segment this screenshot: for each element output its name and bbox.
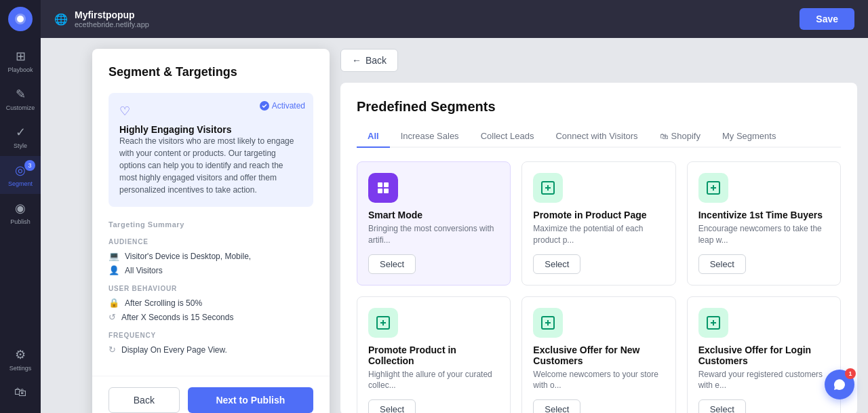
promote-collection-desc: Highlight the allure of your curated col… [368,369,499,392]
sidebar-label-segment: Segment [8,180,33,187]
svg-rect-3 [378,182,382,187]
svg-rect-5 [378,189,382,193]
promote-collection-title: Promote Product in Collection [368,345,499,366]
tab-connect-visitors[interactable]: Connect with Visitors [545,125,648,148]
tab-my-segments-label: My Segments [722,131,776,141]
segment-promote-product-page: Promote in Product Page Maximize the pot… [521,161,675,286]
behaviour-item-seconds: ↺ After X Seconds is 15 Seconds [108,312,313,322]
segment-promote-collection: Promote Product in Collection Highlight … [357,296,511,413]
targeting-summary-title: Targeting Summary [108,220,313,229]
tab-all[interactable]: All [357,125,390,148]
sidebar-item-playbook[interactable]: ⊞ Playbook [0,42,41,80]
audience-label: AUDIENCE [108,238,313,245]
login-customers-title: Exclusive Offer for Login Customers [698,345,829,366]
behaviour-item-scroll: 🔒 After Scrolling is 50% [108,298,313,308]
login-customers-select-button[interactable]: Select [698,399,746,413]
topbar-info: Myfirstpopup ecethebride.netlify.app [75,9,149,28]
playbook-icon: ⊞ [16,49,26,64]
login-customers-desc: Reward your registered customers with e.… [698,369,829,392]
tab-shopify[interactable]: 🛍 Shopify [649,125,711,148]
tab-shopify-label: Shopify [671,131,701,141]
frequency-label: FREQUENCY [108,332,313,339]
tab-collect-leads[interactable]: Collect Leads [470,125,545,148]
incentivize-desc: Encourage newcomers to take the leap w..… [698,223,829,246]
predefined-segments-panel: Predefined Segments All Increase Sales C… [340,83,857,413]
audience-visitors-text: All Visitors [125,266,163,275]
tab-increase-sales[interactable]: Increase Sales [390,125,470,148]
tabs-bar: All Increase Sales Collect Leads Connect… [357,125,841,148]
store-icon: 🛍 [14,385,26,399]
chat-button[interactable]: 1 [825,370,854,399]
new-customers-select-button[interactable]: Select [533,399,580,413]
segment-new-customers: Exclusive Offer for New Customers Welcom… [521,296,675,413]
frequency-text: Display On Every Page View. [121,345,227,355]
incentivize-title: Incentivize 1st Time Buyers [698,210,829,220]
audience-item-visitors: 👤 All Visitors [108,265,313,275]
publish-icon: ◉ [15,201,26,216]
globe-icon: 🌐 [54,13,68,26]
panel-card-description: Reach the visitors who are most likely t… [119,135,302,196]
content-back-button[interactable]: ← Back [340,49,398,72]
new-customers-icon-wrap [533,308,563,338]
sidebar-item-settings[interactable]: ⚙ Settings [9,340,32,378]
main-content: Segment & Targetings Activated ♡ Highly … [81,38,868,413]
smart-mode-icon-wrap [368,173,398,203]
segment-incentivize-buyers: Incentivize 1st Time Buyers Encourage ne… [687,161,841,286]
sidebar-item-customize[interactable]: ✎ Customize [0,80,41,118]
style-icon: ✓ [16,125,26,140]
user-behaviour-label: USER BEHAVIOUR [108,285,313,292]
sidebar-label-settings: Settings [9,365,32,372]
customize-icon: ✎ [16,87,26,102]
sidebar-label-customize: Customize [6,104,35,111]
device-icon: 💻 [108,251,119,261]
next-to-publish-button[interactable]: Next to Publish [188,387,313,413]
sidebar-item-segment[interactable]: 3 ◎ Segment [0,156,41,194]
smart-mode-title: Smart Mode [368,210,499,220]
predefined-title: Predefined Segments [357,99,841,115]
segments-grid: Smart Mode Bringing the most conversions… [357,161,841,413]
login-customers-icon-wrap [698,308,728,338]
settings-icon: ⚙ [15,347,26,362]
content-back-label: Back [366,55,387,66]
app-logo[interactable] [8,7,33,31]
segment-panel: Segment & Targetings Activated ♡ Highly … [92,49,330,413]
activated-badge: Activated [260,101,305,111]
promote-collection-select-button[interactable]: Select [368,399,416,413]
topbar-title: Myfirstpopup [75,9,149,20]
sidebar-label-publish: Publish [10,218,31,225]
promote-product-select-button[interactable]: Select [533,254,580,274]
audience-item-device: 💻 Visitor's Device is Desktop, Mobile, [108,251,313,261]
tab-my-segments[interactable]: My Segments [711,125,787,148]
behaviour-scroll-text: After Scrolling is 50% [125,298,202,308]
svg-rect-6 [384,189,389,193]
svg-rect-4 [384,182,389,187]
incentivize-select-button[interactable]: Select [698,254,746,274]
back-arrow-icon: ← [352,55,361,66]
behaviour-seconds-text: After X Seconds is 15 Seconds [121,313,233,322]
frequency-icon: ↻ [108,345,116,355]
smart-mode-desc: Bringing the most conversions with artif… [368,223,499,246]
new-customers-desc: Welcome newcomers to your store with o..… [533,369,664,392]
sidebar-item-publish[interactable]: ◉ Publish [0,194,41,232]
scroll-icon: 🔒 [108,298,119,308]
sidebar-item-style[interactable]: ✓ Style [0,118,41,156]
segment-badge: 3 [24,160,35,171]
incentivize-icon-wrap [698,173,728,203]
tab-all-label: All [368,131,379,141]
smart-mode-select-button[interactable]: Select [368,254,416,274]
sidebar: ⊞ Playbook ✎ Customize ✓ Style 3 ◎ Segme… [0,0,41,413]
promote-product-desc: Maximize the potential of each product p… [533,223,664,246]
promote-collection-icon-wrap [368,308,398,338]
sidebar-label-style: Style [14,142,27,149]
segment-smart-mode: Smart Mode Bringing the most conversions… [357,161,511,286]
heart-icon: ♡ [119,104,130,119]
sidebar-item-store[interactable]: 🛍 [9,378,32,406]
topbar: 🌐 Myfirstpopup ecethebride.netlify.app S… [41,0,868,38]
save-button[interactable]: Save [800,8,854,30]
segment-login-customers: Exclusive Offer for Login Customers Rewa… [687,296,841,413]
activated-label: Activated [272,101,305,111]
back-button[interactable]: Back [108,387,180,413]
panel-footer: Back Next to Publish [92,376,330,413]
frequency-item: ↻ Display On Every Page View. [108,345,313,355]
clock-icon: ↺ [108,312,116,322]
